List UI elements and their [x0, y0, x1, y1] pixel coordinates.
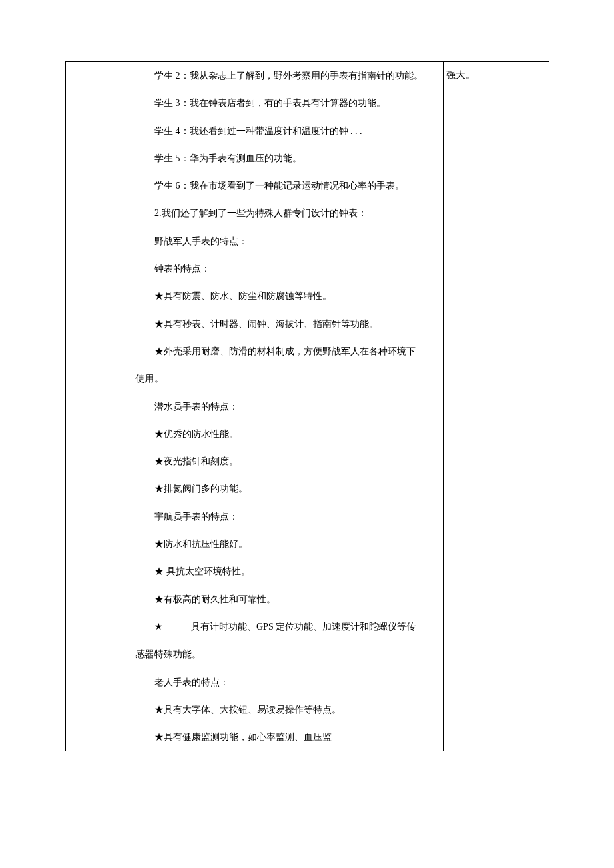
paragraph: ★具有计时功能、GPS 定位功能、加速度计和陀螺仪等传感器特殊功能。 — [135, 613, 424, 669]
paragraph: 2.我们还了解到了一些为特殊人群专门设计的钟表： — [135, 199, 424, 227]
paragraph: ★具有防震、防水、防尘和防腐蚀等特性。 — [135, 282, 424, 310]
paragraph: ★具有健康监测功能，如心率监测、血压监 — [135, 723, 424, 751]
paragraph: 学生 5：华为手表有测血压的功能。 — [135, 145, 424, 172]
paragraph: ★排氮阀门多的功能。 — [135, 475, 424, 502]
paragraph: 潜水员手表的特点： — [135, 393, 424, 420]
table-row: 学生 2：我从杂志上了解到，野外考察用的手表有指南针的功能。 学生 3：我在钟表… — [66, 62, 549, 751]
col-notes: 强大。 — [444, 62, 549, 751]
paragraph-text: 具有计时功能、GPS 定位功能、加速度计和陀螺仪等传感器特殊功能。 — [135, 622, 416, 659]
page-layout-table: 学生 2：我从杂志上了解到，野外考察用的手表有指南针的功能。 学生 3：我在钟表… — [65, 61, 549, 751]
paragraph: ★优秀的防水性能。 — [135, 420, 424, 448]
bullet-star: ★ — [154, 622, 163, 632]
paragraph: ★外壳采用耐磨、防滑的材料制成，方便野战军人在各种环境下使用。 — [135, 338, 424, 393]
col-narrow-empty — [424, 62, 444, 751]
paragraph: 学生 4：我还看到过一种带温度计和温度计的钟 . . . — [135, 117, 424, 145]
paragraph: ★ 具抗太空环境特性。 — [135, 558, 424, 585]
paragraph: ★具有大字体、大按钮、易读易操作等特点。 — [135, 696, 424, 723]
notes-text: 强大。 — [444, 62, 549, 89]
paragraph: 野战军人手表的特点： — [135, 228, 424, 255]
paragraph: ★防水和抗压性能好。 — [135, 530, 424, 558]
paragraph: ★夜光指针和刻度。 — [135, 448, 424, 475]
paragraph: ★有极高的耐久性和可靠性。 — [135, 586, 424, 613]
col-left-empty — [66, 62, 135, 751]
paragraph: 钟表的特点： — [135, 255, 424, 282]
paragraph: 老人手表的特点： — [135, 669, 424, 696]
paragraph: 学生 2：我从杂志上了解到，野外考察用的手表有指南针的功能。 — [135, 62, 424, 89]
paragraph: 学生 6：我在市场看到了一种能记录运动情况和心率的手表。 — [135, 172, 424, 199]
paragraph: ★具有秒表、计时器、闹钟、海拔计、指南针等功能。 — [135, 310, 424, 338]
paragraph: 学生 3：我在钟表店者到，有的手表具有计算器的功能。 — [135, 89, 424, 117]
paragraph: 宇航员手表的特点： — [135, 503, 424, 530]
col-main-content: 学生 2：我从杂志上了解到，野外考察用的手表有指南针的功能。 学生 3：我在钟表… — [135, 62, 424, 751]
